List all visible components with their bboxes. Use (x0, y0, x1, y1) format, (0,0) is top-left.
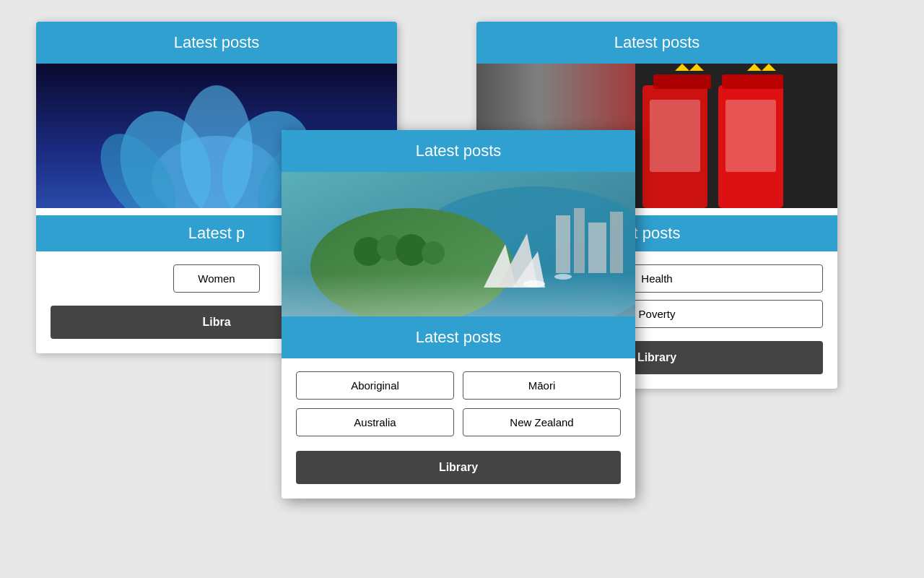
svg-rect-29 (556, 215, 570, 273)
tag-new-zealand[interactable]: New Zealand (463, 408, 621, 436)
tag-aboriginal[interactable]: Aboriginal (296, 371, 454, 400)
tag-maori[interactable]: Māori (463, 371, 621, 400)
front-library-btn[interactable]: Library (296, 451, 621, 484)
card-front: Latest posts (282, 130, 635, 499)
front-header-top: Latest posts (282, 130, 635, 172)
svg-rect-13 (653, 74, 711, 89)
tag-australia[interactable]: Australia (296, 408, 454, 436)
front-aerial-image (282, 172, 635, 316)
svg-rect-15 (725, 100, 776, 172)
front-tags-grid: Aboriginal Māori Australia New Zealand (282, 358, 635, 444)
svg-rect-12 (650, 100, 700, 172)
svg-rect-31 (588, 223, 606, 273)
front-header-bottom: Latest posts (282, 316, 635, 358)
tag-women[interactable]: Women (173, 264, 260, 293)
back-left-header: Latest posts (36, 22, 397, 64)
svg-point-34 (554, 274, 572, 280)
back-right-header: Latest posts (476, 22, 837, 64)
svg-rect-30 (574, 208, 585, 273)
svg-point-33 (523, 280, 545, 288)
svg-point-25 (422, 241, 445, 264)
svg-rect-32 (610, 212, 623, 273)
svg-rect-16 (722, 74, 783, 89)
